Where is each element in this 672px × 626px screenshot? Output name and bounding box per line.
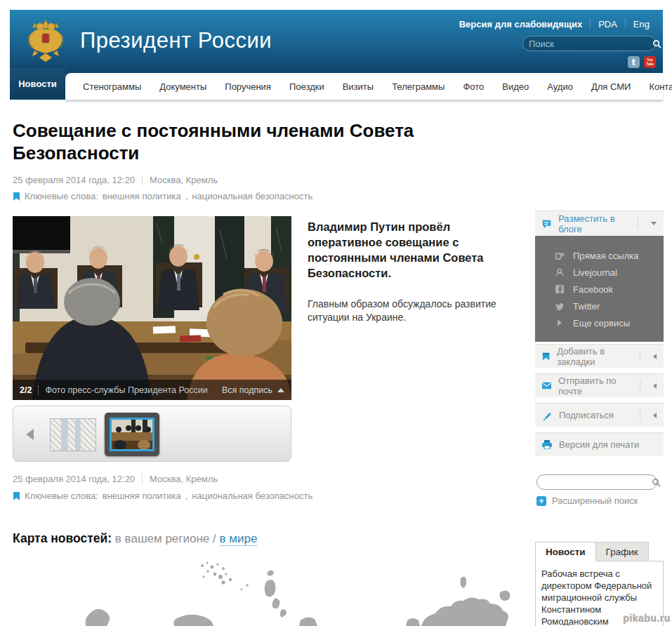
- russia-news-map[interactable]: [0, 553, 534, 626]
- nav-item-audio[interactable]: Аудио: [538, 81, 582, 92]
- share-item-label: Facebook: [573, 284, 613, 295]
- facebook-icon: [555, 284, 565, 294]
- coat-of-arms-logo: [25, 15, 66, 63]
- widget-tabs: Новости График: [535, 542, 664, 561]
- keyword-foreign-policy[interactable]: внешняя политика: [103, 191, 181, 201]
- printer-icon: [542, 440, 552, 449]
- advanced-search-label: Расширенный поиск: [552, 495, 638, 506]
- tag-icon: [13, 192, 20, 201]
- bookmark-icon: [542, 352, 550, 361]
- keyword-foreign-policy[interactable]: внешняя политика: [103, 491, 181, 501]
- action-label: Добавить в закладки: [557, 346, 633, 367]
- nav-item-for-media[interactable]: Для СМИ: [582, 81, 640, 92]
- chevron-up-icon: [277, 388, 284, 392]
- external-link-icon: [555, 251, 565, 260]
- page-title: Совещание с постоянными членами Совета Б…: [13, 119, 462, 164]
- photo-thumbnail-1[interactable]: [50, 418, 96, 451]
- nav-item-visits[interactable]: Визиты: [334, 81, 383, 92]
- share-item-label: Прямая ссылка: [573, 251, 638, 261]
- tab-news[interactable]: Новости: [535, 542, 596, 561]
- photo-thumbnail-2-selected[interactable]: [105, 413, 159, 456]
- keyword-separator: ,: [185, 491, 188, 501]
- keyword-national-security[interactable]: национальная безопасность: [192, 491, 312, 501]
- share-dropdown-panel: Прямая ссылка Livejournal Facebook Twitt…: [535, 236, 664, 342]
- sidebar-search-input[interactable]: [543, 477, 652, 487]
- header-search-input[interactable]: [529, 39, 652, 49]
- action-label: Отправить по почте: [558, 375, 633, 397]
- nav-item-documents[interactable]: Документы: [150, 81, 216, 92]
- full-caption-toggle[interactable]: Вся подпись: [222, 385, 284, 395]
- pda-link[interactable]: PDA: [591, 19, 625, 29]
- keywords-line: Ключевые слова: внешняя политика , нацио…: [13, 191, 312, 201]
- twitter-bird-icon: [555, 301, 565, 311]
- keyword-national-security[interactable]: национальная безопасность: [192, 191, 312, 201]
- keyword-separator: ,: [185, 191, 188, 201]
- thumbs-prev-arrow-icon[interactable]: [26, 429, 34, 440]
- photo-thumbnail-strip: [13, 406, 291, 462]
- news-map-title: Карта новостей:: [13, 531, 112, 545]
- nav-item-news-active[interactable]: Новости: [10, 68, 65, 100]
- article-photo[interactable]: 2/2 Фото пресс-службы Президента России …: [13, 216, 291, 400]
- share-direct-link[interactable]: Прямая ссылка: [555, 247, 664, 264]
- watermark: pikabu.ru: [623, 613, 671, 624]
- photo-counter: 2/2: [20, 385, 32, 395]
- nav-item-telegrams[interactable]: Телеграммы: [383, 81, 454, 92]
- action-label: Версия для печати: [559, 439, 639, 450]
- site-header: Президент России Версия для слабовидящих…: [10, 10, 663, 68]
- sidebar-search-box[interactable]: [536, 474, 657, 490]
- kremlin-news-page: Президент России Версия для слабовидящих…: [0, 0, 672, 626]
- keywords-line-repeat: Ключевые слова: внешняя политика , нацио…: [13, 491, 312, 501]
- keywords-label: Ключевые слова:: [25, 191, 98, 201]
- share-in-blog-button[interactable]: Разместить в блоге: [535, 211, 664, 236]
- search-icon[interactable]: [652, 39, 661, 48]
- eng-link[interactable]: Eng: [626, 19, 657, 29]
- advanced-search-link[interactable]: + Расширенный поиск: [536, 495, 638, 506]
- share-twitter[interactable]: Twitter: [555, 298, 664, 314]
- nav-item-transcripts[interactable]: Стенограммы: [74, 81, 150, 92]
- chevron-left-icon: [653, 354, 657, 359]
- thumbnail-image: [110, 418, 154, 451]
- print-version-button[interactable]: Версия для печати: [535, 432, 664, 456]
- action-label: Подписаться: [559, 410, 614, 420]
- nav-item-contacts[interactable]: Контакты: [640, 81, 672, 92]
- triangle-right-icon: [555, 318, 565, 328]
- send-by-email-button[interactable]: Отправить по почте: [535, 373, 664, 397]
- chevron-left-icon: [653, 413, 657, 418]
- youtube-icon[interactable]: You Tube: [644, 56, 656, 68]
- share-facebook[interactable]: Facebook: [555, 281, 664, 298]
- accessibility-version-link[interactable]: Версия для слабовидящих: [452, 19, 590, 29]
- divider: [640, 381, 640, 391]
- search-icon[interactable]: [652, 478, 661, 487]
- article-location: Москва, Кремль: [142, 474, 218, 484]
- header-search-box[interactable]: [522, 36, 656, 51]
- add-bookmark-button[interactable]: Добавить в закладки: [535, 344, 664, 368]
- nav-item-assignments[interactable]: Поручения: [216, 81, 280, 92]
- nav-item-trips[interactable]: Поездки: [280, 81, 334, 92]
- nav-item-video[interactable]: Видео: [493, 81, 538, 92]
- divider: [38, 385, 39, 395]
- header-top-links: Версия для слабовидящих PDA Eng: [452, 17, 657, 31]
- article-location: Москва, Кремль: [142, 175, 218, 185]
- nav-item-photo[interactable]: Фото: [454, 81, 493, 92]
- site-title: Президент России: [80, 28, 272, 53]
- divider: [640, 411, 640, 420]
- keywords-label: Ключевые слова:: [25, 491, 98, 501]
- article-date: 25 февраля 2014 года, 12:20: [13, 175, 135, 185]
- plus-icon: +: [536, 496, 546, 506]
- full-caption-label: Вся подпись: [222, 385, 272, 395]
- subscribe-button[interactable]: Подписаться: [535, 403, 664, 427]
- tab-schedule[interactable]: График: [596, 542, 649, 561]
- twitter-icon[interactable]: t: [628, 56, 640, 68]
- article-date: 25 февраля 2014 года, 12:20: [13, 474, 135, 484]
- article-meta-repeat: 25 февраля 2014 года, 12:20 Москва, Крем…: [13, 474, 218, 484]
- meeting-photo-illustration: [13, 216, 291, 400]
- pen-icon: [542, 411, 552, 420]
- map-links-separator: /: [213, 532, 216, 545]
- livejournal-icon: [555, 267, 565, 277]
- tag-icon: [13, 491, 20, 501]
- world-link[interactable]: в мире: [220, 532, 258, 546]
- speech-bubble-icon: [542, 219, 551, 229]
- share-livejournal[interactable]: Livejournal: [555, 264, 664, 281]
- main-navigation: Новости Стенограммы Документы Поручения …: [10, 68, 663, 100]
- share-more-services[interactable]: Еще сервисы: [555, 314, 664, 331]
